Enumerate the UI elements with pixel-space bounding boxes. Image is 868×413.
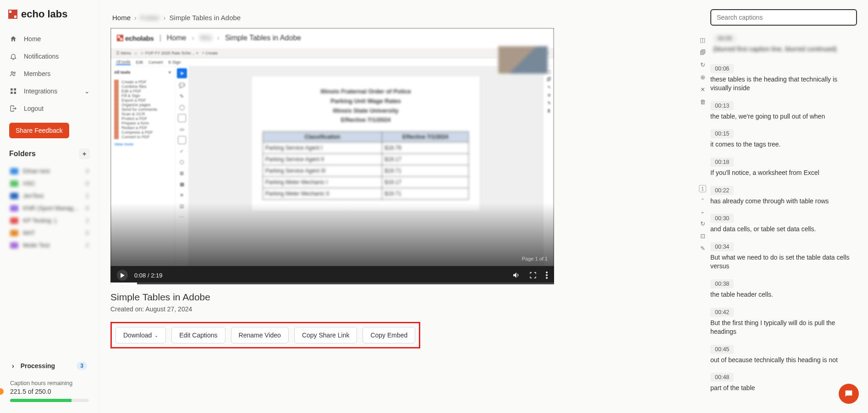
caption-time: 00:06 [710, 64, 734, 73]
folder-item[interactable]: Molle Test2 [6, 239, 93, 251]
video-thumbnail [497, 45, 549, 75]
folder-item[interactable]: HSC0 [6, 177, 93, 190]
tool6-icon[interactable]: 🗑 [700, 98, 706, 105]
breadcrumb: Home › Folder › Simple Tables in Adobe [110, 9, 695, 28]
caption-text: part of the table [710, 384, 857, 393]
chevron-up-icon[interactable]: ⌃ [701, 198, 704, 203]
caption-text: If you'll notice, a worksheet from Excel [710, 168, 857, 178]
home-icon [9, 35, 17, 43]
sidebar: echo labs Home Notifications Members Int… [0, 0, 99, 413]
caption-time: 00:13 [710, 101, 734, 110]
copy-embed-button[interactable]: Copy Embed [363, 327, 415, 343]
folder-count: 2 [86, 217, 89, 224]
chat-fab[interactable] [839, 384, 859, 404]
rename-video-button[interactable]: Rename Video [231, 327, 289, 343]
frame-crumb-current: Simple Tables in Adobe [225, 34, 301, 42]
caption-entry[interactable]: 00:38the table header cells. [710, 279, 857, 304]
brand[interactable]: echo labs [0, 8, 99, 30]
search2-icon[interactable]: ⊡ [700, 233, 705, 239]
caption-text: But the first thing I typically will do … [710, 319, 857, 337]
processing-label: Processing [21, 362, 55, 370]
page-indicator: Page 1 of 1 [522, 256, 548, 261]
caption-entry[interactable]: 00:42But the first thing I typically wil… [710, 308, 857, 341]
chevron-right-icon: › [164, 14, 166, 22]
folder-item[interactable]: Ethan test3 [6, 165, 93, 177]
caption-entry[interactable]: 00:15it comes to the tags tree. [710, 129, 857, 154]
nav-home[interactable]: Home [5, 30, 94, 48]
nav-integrations[interactable]: Integrations ⌄ [5, 82, 94, 100]
share-feedback-button[interactable]: Share Feedback [9, 123, 69, 138]
frame-crumb-mid: Mid [200, 34, 212, 42]
more-icon[interactable] [546, 272, 548, 279]
video-player[interactable]: echolabs | Home › Mid › Simple Tables in… [110, 28, 554, 284]
breadcrumb-folder[interactable]: Folder [140, 14, 160, 22]
tool2-icon[interactable]: 🗐 [700, 49, 706, 56]
nav-notifications-label: Notifications [24, 53, 59, 60]
caption-time: 00:05 [713, 34, 736, 43]
volume-icon[interactable] [512, 271, 520, 279]
caption-entry[interactable]: 00:30and data cells, or table set data c… [710, 214, 857, 239]
caption-text: (blurred first caption line, blurred con… [713, 45, 854, 54]
video-frame: echolabs | Home › Mid › Simple Tables in… [110, 28, 554, 284]
usage-value: 221.5 of 250.0 [10, 388, 89, 395]
folder-item[interactable]: JenTest2 [6, 190, 93, 202]
edit-captions-button[interactable]: Edit Captions [171, 327, 225, 343]
caption-time: 00:45 [710, 345, 734, 354]
chevron-right-icon: › [12, 362, 14, 370]
tool3-icon[interactable]: ↻ [700, 61, 705, 68]
video-title: Simple Tables in Adobe [110, 292, 695, 303]
tool4-icon[interactable]: ⊕ [700, 74, 705, 81]
folder-item[interactable]: KNR (Sport Manag…0 [6, 202, 93, 214]
play-button[interactable] [117, 270, 128, 281]
chevron-right-icon: › [134, 14, 137, 22]
folder-icon [10, 242, 18, 249]
copy-share-link-button[interactable]: Copy Share Link [294, 327, 357, 343]
folder-count: 3 [86, 168, 89, 174]
caption-entry[interactable]: 00:48part of the table [710, 373, 857, 397]
add-folder-button[interactable]: + [79, 148, 90, 159]
svg-point-0 [11, 71, 13, 73]
processing-row[interactable]: › Processing 3 [0, 356, 99, 375]
nav-home-label: Home [24, 35, 41, 43]
grid-icon [9, 87, 17, 95]
nav-logout[interactable]: Logout [5, 100, 94, 117]
caption-text: these tables is the heading that technic… [710, 75, 857, 93]
caption-entry[interactable]: 00:13the table, we're going to pull out … [710, 101, 857, 126]
caption-time: 00:30 [710, 214, 734, 223]
caption-text: But what we need to do is set the table … [710, 253, 857, 271]
usage-bar [10, 399, 89, 402]
caption-badge[interactable]: 1 [699, 185, 706, 192]
caption-entry[interactable]: 00:45out of because technically this hea… [710, 345, 857, 370]
folder-icon [10, 230, 18, 236]
folder-item[interactable]: MAT0 [6, 227, 93, 239]
caption-entry[interactable]: 00:18If you'll notice, a worksheet from … [710, 158, 857, 182]
progress-bar[interactable] [110, 283, 554, 284]
tool5-icon[interactable]: ✕ [700, 86, 705, 93]
nav-notifications[interactable]: Notifications [5, 48, 94, 65]
nav-members[interactable]: Members [5, 65, 94, 82]
caption-entry[interactable]: 00:05(blurred first caption line, blurre… [710, 32, 857, 60]
edit2-icon[interactable]: ✎ [700, 245, 705, 252]
caption-text: the table, we're going to pull out of wh… [710, 112, 857, 121]
breadcrumb-home[interactable]: Home [112, 14, 131, 22]
tool1-icon[interactable]: ◫ [700, 37, 705, 43]
usage-panel: Caption hours remaining 221.5 of 250.0 [0, 375, 99, 407]
folder-name: Molle Test [23, 242, 49, 249]
folder-icon [10, 205, 18, 212]
caption-time: 00:18 [710, 158, 734, 167]
caption-entry[interactable]: 00:34But what we need to do is set the t… [710, 242, 857, 276]
chevron-down-icon[interactable]: ⌄ [700, 208, 705, 215]
caption-time: 00:15 [710, 129, 734, 138]
nav-members-label: Members [24, 70, 50, 77]
caption-time: 00:38 [710, 279, 734, 288]
refresh-icon[interactable]: ↻ [700, 220, 705, 227]
search-captions-input[interactable] [710, 9, 857, 26]
caption-time: 00:34 [710, 242, 734, 251]
caption-entry[interactable]: 00:06these tables is the heading that te… [710, 64, 857, 98]
folder-item[interactable]: KP Testing :)2 [6, 214, 93, 227]
folder-name: KP Testing :) [23, 217, 56, 224]
svg-rect-3 [14, 88, 16, 91]
download-button[interactable]: Download⌄ [115, 327, 166, 343]
caption-entry[interactable]: 00:22has already come through with table… [710, 186, 857, 211]
fullscreen-icon[interactable] [529, 272, 537, 279]
